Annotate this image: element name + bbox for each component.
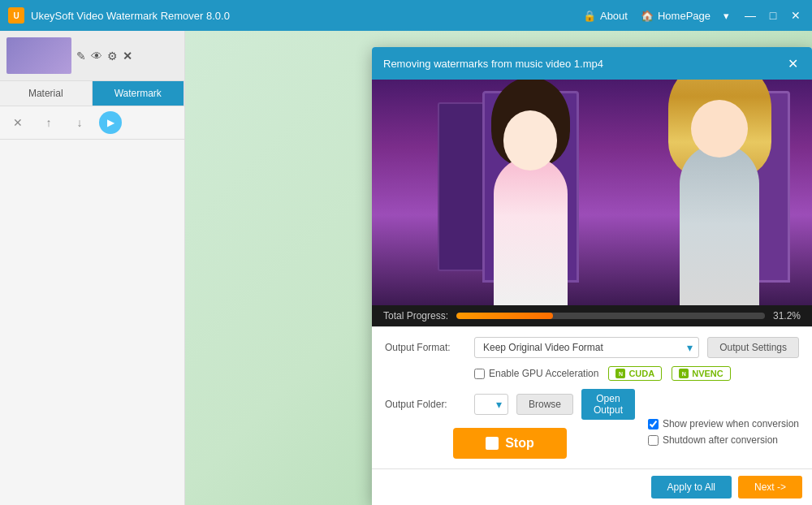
output-format-label: Output Format:	[385, 342, 466, 353]
conversion-options: Show preview when conversion Shutdown af…	[648, 389, 799, 446]
person1	[469, 106, 592, 305]
sidebar-top: ✎ 👁 ⚙ ✕	[0, 31, 184, 81]
tabs-row: Material Watermark	[0, 81, 184, 106]
minimize-button[interactable]: —	[742, 7, 758, 24]
eye-icon[interactable]: 👁	[91, 50, 102, 63]
tool-icon[interactable]: ⚙	[107, 50, 118, 63]
progress-fill	[456, 313, 553, 319]
window-controls: — □ ✕	[742, 7, 804, 24]
output-settings-button[interactable]: Output Settings	[707, 337, 799, 358]
app-title: UkeySoft Video Watermark Remover 8.0.0	[31, 10, 583, 22]
shutdown-checkbox[interactable]	[648, 435, 659, 446]
tab-watermark[interactable]: Watermark	[93, 81, 185, 106]
delete-button[interactable]: ✕	[6, 111, 29, 134]
progress-label: Total Progress:	[383, 310, 448, 322]
show-preview-checkbox[interactable]	[648, 419, 659, 429]
nvidia-nvenc-logo: N	[679, 369, 689, 378]
play-button[interactable]: ▶	[99, 111, 122, 134]
output-format-select[interactable]: Keep Original Video Format	[474, 337, 699, 358]
close-button[interactable]: ✕	[788, 7, 804, 24]
nvenc-badge[interactable]: N NVENC	[672, 366, 731, 381]
gpu-acceleration-row: Enable GPU Acceleration N CUDA N NVENC	[474, 366, 799, 381]
progress-track	[456, 313, 765, 319]
edit-icon[interactable]: ✎	[76, 50, 86, 63]
dialog-controls: Output Format: Keep Original Video Forma…	[372, 326, 812, 468]
dialog-title: Removing watermarks from music video 1.m…	[383, 58, 603, 70]
main-area: ✎ 👁 ⚙ ✕ Material Watermark ✕ ↑ ↓ ▶ Remov…	[0, 31, 812, 505]
title-nav: 🔒 About 🏠 HomePage ▾	[583, 10, 729, 22]
person2	[663, 97, 777, 305]
chevron-down-icon: ▾	[723, 10, 729, 22]
output-format-row: Output Format: Keep Original Video Forma…	[385, 337, 799, 358]
sidebar: ✎ 👁 ⚙ ✕ Material Watermark ✕ ↑ ↓ ▶	[0, 31, 185, 505]
output-folder-select-wrapper: Same folder as the source ▾	[474, 394, 508, 415]
apply-to-all-button[interactable]: Apply to All	[651, 476, 732, 499]
about-nav[interactable]: 🔒 About	[583, 10, 628, 22]
output-folder-row: Output Folder: Same folder as the source…	[385, 389, 635, 420]
tab-material[interactable]: Material	[0, 81, 93, 106]
video-thumbnail	[6, 37, 71, 74]
dialog-footer: Apply to All Next ->	[372, 468, 812, 505]
output-folder-label: Output Folder:	[385, 399, 466, 410]
conversion-dialog: Removing watermarks from music video 1.m…	[372, 47, 812, 505]
right-area: Removing watermarks from music video 1.m…	[185, 31, 812, 505]
browse-button[interactable]: Browse	[516, 394, 573, 415]
move-up-button[interactable]: ↑	[37, 111, 60, 134]
gpu-acceleration-checkbox[interactable]	[474, 369, 485, 379]
stop-button[interactable]: Stop	[453, 428, 567, 459]
output-folder-select[interactable]: Same folder as the source	[474, 394, 508, 415]
person2-body	[680, 144, 760, 305]
maximize-button[interactable]: □	[765, 7, 781, 24]
person1-head	[503, 110, 558, 170]
shutdown-checkbox-label[interactable]: Shutdown after conversion	[648, 434, 799, 446]
video-preview-area	[372, 80, 812, 305]
home-icon: 🏠	[641, 10, 654, 22]
sidebar-tools: ✎ 👁 ⚙ ✕	[76, 50, 132, 63]
homepage-nav[interactable]: 🏠 HomePage	[641, 10, 710, 22]
stop-icon	[486, 437, 499, 450]
move-down-button[interactable]: ↓	[68, 111, 91, 134]
dropdown-nav[interactable]: ▾	[723, 10, 729, 22]
video-placeholder	[372, 80, 812, 305]
dialog-close-button[interactable]: ✕	[784, 55, 801, 71]
next-button[interactable]: Next ->	[738, 476, 802, 499]
nvidia-cuda-logo: N	[615, 369, 625, 378]
open-output-button[interactable]: Open Output	[581, 389, 635, 420]
sidebar-actions: ✕ ↑ ↓ ▶	[0, 106, 184, 140]
app-logo: U	[8, 7, 24, 24]
title-bar: U UkeySoft Video Watermark Remover 8.0.0…	[0, 0, 812, 31]
lock-icon: 🔒	[583, 10, 596, 22]
video-scene	[372, 80, 812, 305]
remove-icon[interactable]: ✕	[123, 50, 132, 63]
gpu-acceleration-checkbox-label[interactable]: Enable GPU Acceleration	[474, 368, 598, 379]
progress-percentage: 31.2%	[773, 310, 801, 322]
person1-body	[494, 157, 568, 305]
dialog-title-bar: Removing watermarks from music video 1.m…	[372, 47, 812, 80]
cuda-badge[interactable]: N CUDA	[608, 366, 662, 381]
output-format-select-wrapper: Keep Original Video Format ▾	[474, 337, 699, 358]
progress-bar-area: Total Progress: 31.2%	[372, 305, 812, 326]
show-preview-checkbox-label[interactable]: Show preview when conversion	[648, 418, 799, 429]
